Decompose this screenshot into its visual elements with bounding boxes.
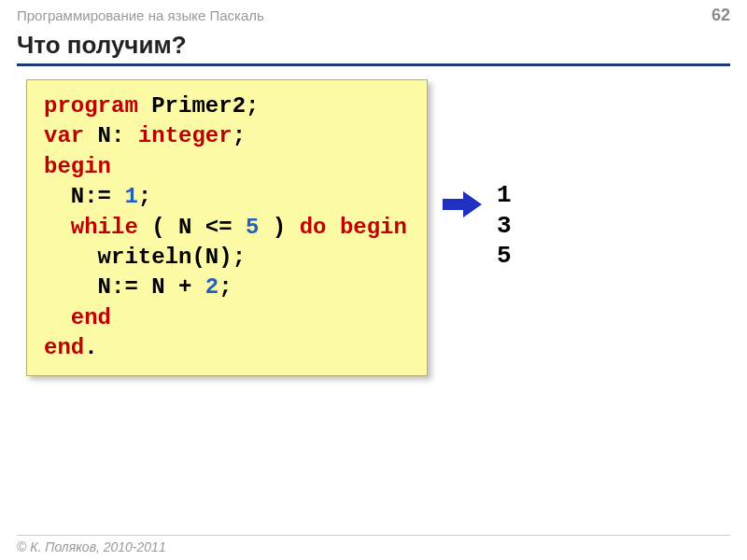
slide-header: Программирование на языке Паскаль 62 <box>0 0 747 29</box>
arrow-column <box>443 79 482 217</box>
arrow-right-icon <box>443 191 482 217</box>
footer-copyright: © К. Поляков, 2010-2011 <box>17 535 730 554</box>
content-area: program Primer2; var N: integer; begin N… <box>0 66 747 376</box>
code-block: program Primer2; var N: integer; begin N… <box>26 79 428 376</box>
page-number: 62 <box>712 6 730 25</box>
program-output: 1 3 5 <box>497 79 512 272</box>
page-title: Что получим? <box>17 31 730 66</box>
svg-marker-0 <box>443 191 482 217</box>
breadcrumb: Программирование на языке Паскаль <box>17 7 264 23</box>
